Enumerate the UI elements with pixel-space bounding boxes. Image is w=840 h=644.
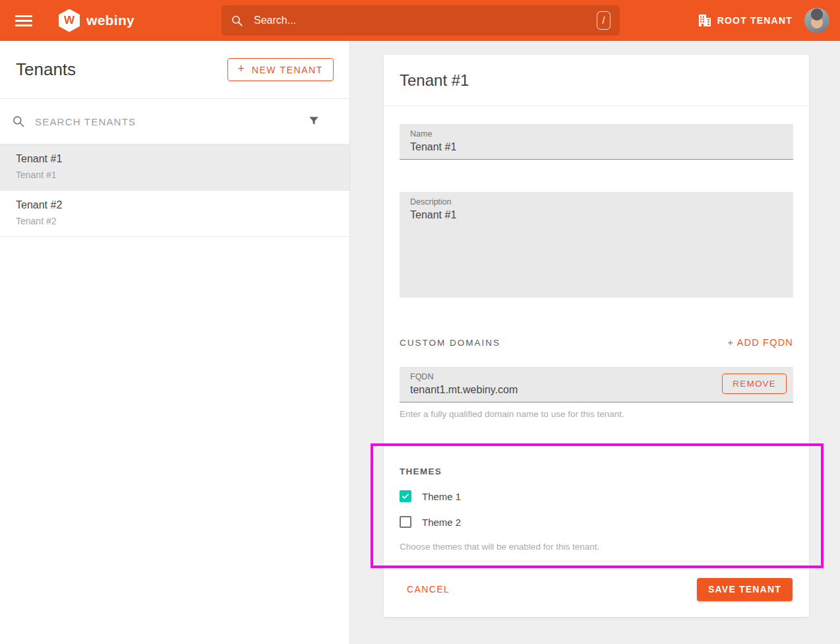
- root-tenant-label: ROOT TENANT: [717, 15, 793, 26]
- main-layout: Tenants + NEW TENANT Tenant #1 Tenant #1…: [0, 41, 840, 644]
- save-tenant-button[interactable]: SAVE TENANT: [697, 578, 793, 601]
- menu-icon[interactable]: [15, 13, 32, 29]
- global-search[interactable]: /: [222, 5, 620, 36]
- content-panel: Tenant #1 Name Description Tenant #1 CUS…: [350, 41, 840, 644]
- fqdn-helper-text: Enter a fully qualified domain name to u…: [400, 409, 793, 419]
- custom-domains-label: CUSTOM DOMAINS: [400, 338, 500, 348]
- cancel-button[interactable]: CANCEL: [407, 584, 450, 595]
- checkbox-unchecked-icon[interactable]: [400, 516, 411, 528]
- webiny-logo[interactable]: W webiny: [59, 9, 135, 32]
- tenant-item-title: Tenant #2: [16, 199, 334, 211]
- tenant-item-title: Tenant #1: [16, 153, 334, 165]
- description-field-label: Description: [410, 197, 783, 207]
- search-icon: [231, 15, 243, 27]
- filter-icon[interactable]: [307, 115, 320, 128]
- name-field[interactable]: Name: [400, 124, 793, 160]
- tenant-list-item-1[interactable]: Tenant #1 Tenant #1: [0, 145, 349, 191]
- user-avatar[interactable]: [804, 8, 829, 33]
- description-field[interactable]: Description Tenant #1: [400, 192, 793, 298]
- name-input[interactable]: [410, 141, 783, 153]
- form-header: Tenant #1: [384, 55, 809, 106]
- form-title: Tenant #1: [400, 71, 469, 90]
- themes-section: THEMES Theme 1 Theme 2 Choose the: [400, 467, 793, 552]
- page-title: Tenants: [16, 59, 76, 80]
- theme-option-label: Theme 1: [422, 491, 461, 502]
- checkbox-checked-icon[interactable]: [400, 490, 411, 502]
- theme-option-label: Theme 2: [422, 517, 461, 528]
- new-tenant-button-label: NEW TENANT: [252, 65, 323, 75]
- global-search-input[interactable]: [253, 14, 597, 27]
- tenant-list-item-2[interactable]: Tenant #2 Tenant #2: [0, 191, 349, 237]
- description-input[interactable]: Tenant #1: [410, 209, 783, 221]
- tenant-search-bar: [0, 99, 349, 145]
- topbar: W webiny / ROOT TENANT: [0, 0, 840, 41]
- name-field-label: Name: [410, 129, 783, 139]
- new-tenant-button[interactable]: + NEW TENANT: [227, 58, 334, 81]
- tenant-item-subtitle: Tenant #1: [16, 170, 334, 180]
- custom-domains-header: CUSTOM DOMAINS + ADD FQDN: [400, 337, 793, 348]
- check-icon: [401, 492, 410, 501]
- tenants-sidebar: Tenants + NEW TENANT Tenant #1 Tenant #1…: [0, 41, 350, 644]
- root-tenant-selector[interactable]: ROOT TENANT: [698, 15, 793, 26]
- form-footer: CANCEL SAVE TENANT: [384, 561, 809, 617]
- search-shortcut-badge: /: [597, 11, 611, 30]
- tenant-form-card: Tenant #1 Name Description Tenant #1 CUS…: [384, 55, 809, 617]
- brand-name: webiny: [86, 13, 135, 28]
- tenant-item-subtitle: Tenant #2: [16, 216, 334, 226]
- search-icon: [12, 115, 25, 128]
- fqdn-row: FQDN REMOVE: [400, 367, 793, 402]
- form-body: Name Description Tenant #1 CUSTOM DOMAIN…: [384, 106, 809, 552]
- theme-option-1[interactable]: Theme 1: [400, 490, 793, 502]
- topbar-right: ROOT TENANT: [698, 8, 829, 33]
- theme-option-2[interactable]: Theme 2: [400, 516, 793, 528]
- plus-icon: +: [238, 62, 246, 76]
- themes-section-label: THEMES: [400, 467, 793, 476]
- building-icon: [698, 15, 711, 26]
- tenant-search-input[interactable]: [34, 115, 299, 128]
- themes-helper-text: Choose themes that will be enabled for t…: [400, 542, 793, 552]
- webiny-logo-icon: W: [59, 9, 80, 32]
- add-fqdn-button[interactable]: + ADD FQDN: [728, 337, 793, 348]
- sidebar-header: Tenants + NEW TENANT: [0, 41, 349, 99]
- remove-fqdn-button[interactable]: REMOVE: [722, 373, 787, 394]
